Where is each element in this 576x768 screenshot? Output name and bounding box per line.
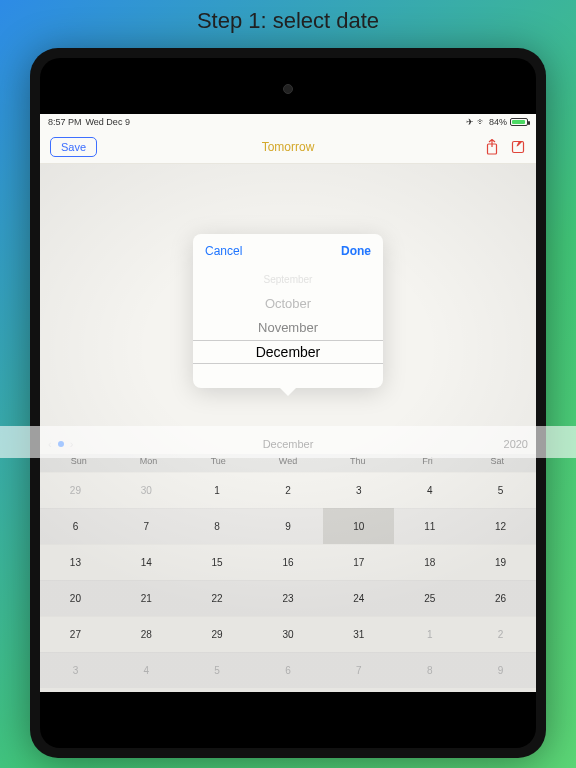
prev-month-button[interactable]: ‹ (48, 438, 52, 450)
picker-item[interactable]: October (193, 292, 383, 316)
calendar-day[interactable]: 4 (111, 652, 182, 688)
calendar-day[interactable]: 9 (253, 508, 324, 544)
screen: 8:57 PM Wed Dec 9 ✈︎ ᯤ 84% Save Tomorrow (40, 114, 536, 692)
popover-arrow (280, 388, 296, 396)
calendar-day[interactable]: 30 (111, 472, 182, 508)
current-dot-icon (58, 441, 64, 447)
cancel-button[interactable]: Cancel (205, 244, 242, 258)
month-label[interactable]: December (263, 438, 314, 450)
calendar-day[interactable]: 17 (323, 544, 394, 580)
calendar-day[interactable]: 25 (394, 580, 465, 616)
calendar-day[interactable]: 6 (253, 652, 324, 688)
wifi-icon: ᯤ (477, 117, 486, 127)
calendar-day[interactable]: 14 (111, 544, 182, 580)
weekday-label: Fri (393, 456, 463, 466)
calendar-day[interactable]: 5 (182, 652, 253, 688)
picker-item[interactable]: November (193, 316, 383, 340)
status-date: Wed Dec 9 (86, 117, 130, 127)
calendar-day[interactable]: 6 (40, 508, 111, 544)
calendar-day[interactable]: 8 (394, 652, 465, 688)
calendar-day[interactable]: 29 (40, 472, 111, 508)
calendar-day[interactable]: 22 (182, 580, 253, 616)
calendar-day[interactable]: 4 (394, 472, 465, 508)
camera-dot (283, 84, 293, 94)
weekday-label: Sat (462, 456, 532, 466)
calendar-day[interactable]: 10 (323, 508, 394, 544)
calendar-day[interactable]: 7 (323, 652, 394, 688)
calendar-grid: 2930123456789101112131415161718192021222… (40, 472, 536, 688)
page-title: Step 1: select date (0, 0, 576, 42)
calendar-day[interactable]: 7 (111, 508, 182, 544)
calendar-day[interactable]: 15 (182, 544, 253, 580)
status-bar: 8:57 PM Wed Dec 9 ✈︎ ᯤ 84% (40, 114, 536, 130)
calendar-day[interactable]: 1 (182, 472, 253, 508)
month-nav: ‹ › December 2020 (40, 434, 536, 454)
compose-icon[interactable] (511, 139, 526, 154)
picker-item[interactable]: September (193, 268, 383, 292)
calendar-day[interactable]: 3 (40, 652, 111, 688)
calendar-day[interactable]: 23 (253, 580, 324, 616)
calendar-day[interactable]: 29 (182, 616, 253, 652)
month-picker[interactable]: September October November December (193, 268, 383, 388)
month-picker-popover: Cancel Done September October November D… (193, 234, 383, 388)
done-button[interactable]: Done (341, 244, 371, 258)
calendar-day[interactable]: 26 (465, 580, 536, 616)
share-icon[interactable] (485, 139, 499, 155)
calendar-day[interactable]: 18 (394, 544, 465, 580)
airplane-icon: ✈︎ (466, 117, 474, 127)
weekday-label: Mon (114, 456, 184, 466)
calendar-day[interactable]: 5 (465, 472, 536, 508)
calendar-day[interactable]: 2 (253, 472, 324, 508)
picker-item-selected[interactable]: December (193, 340, 383, 364)
calendar-day[interactable]: 24 (323, 580, 394, 616)
calendar-day[interactable]: 11 (394, 508, 465, 544)
calendar-day[interactable]: 31 (323, 616, 394, 652)
nav-bar: Save Tomorrow (40, 130, 536, 164)
next-month-button[interactable]: › (70, 438, 74, 450)
calendar-day[interactable]: 28 (111, 616, 182, 652)
weekday-row: SunMonTueWedThuFriSat (40, 454, 536, 472)
calendar-day[interactable]: 19 (465, 544, 536, 580)
calendar-day[interactable]: 8 (182, 508, 253, 544)
weekday-label: Sun (44, 456, 114, 466)
battery-pct: 84% (489, 117, 507, 127)
status-time: 8:57 PM (48, 117, 82, 127)
weekday-label: Thu (323, 456, 393, 466)
calendar-day[interactable]: 3 (323, 472, 394, 508)
weekday-label: Tue (183, 456, 253, 466)
ipad-frame: 8:57 PM Wed Dec 9 ✈︎ ᯤ 84% Save Tomorrow (30, 48, 546, 758)
calendar-day[interactable]: 30 (253, 616, 324, 652)
calendar-day[interactable]: 12 (465, 508, 536, 544)
save-button[interactable]: Save (50, 137, 97, 157)
year-label[interactable]: 2020 (504, 438, 528, 450)
nav-title: Tomorrow (262, 140, 315, 154)
calendar-day[interactable]: 9 (465, 652, 536, 688)
calendar-day[interactable]: 27 (40, 616, 111, 652)
calendar-day[interactable]: 21 (111, 580, 182, 616)
calendar-day[interactable]: 13 (40, 544, 111, 580)
battery-icon (510, 118, 528, 126)
calendar-day[interactable]: 1 (394, 616, 465, 652)
calendar-day[interactable]: 20 (40, 580, 111, 616)
calendar-day[interactable]: 16 (253, 544, 324, 580)
weekday-label: Wed (253, 456, 323, 466)
calendar-day[interactable]: 2 (465, 616, 536, 652)
